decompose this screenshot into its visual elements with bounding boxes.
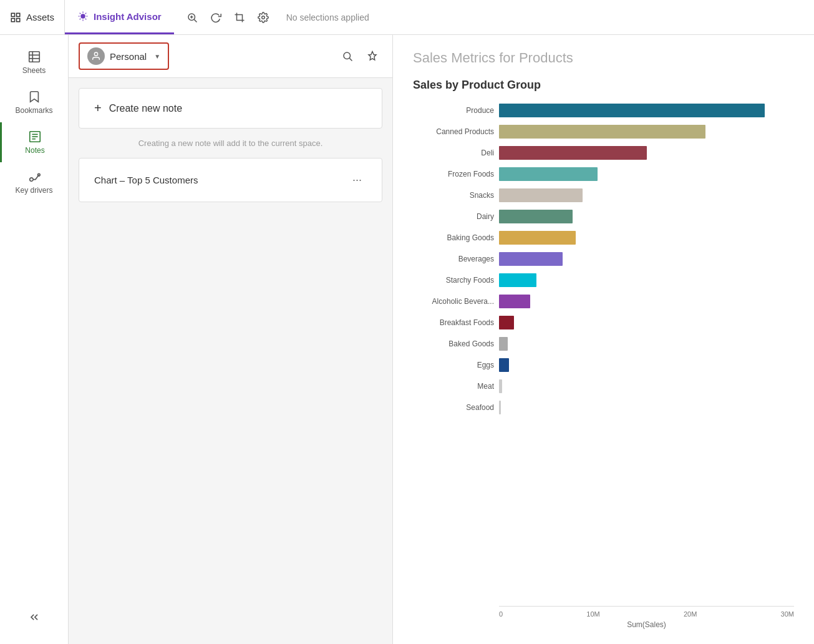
table-row: Starchy Foods <box>413 271 794 289</box>
chevron-down-icon: ▼ <box>154 53 160 60</box>
create-note-label: Create new note <box>109 103 182 114</box>
note-title: Chart – Top 5 Customers <box>94 175 347 185</box>
bar-label: Starchy Foods <box>413 276 494 285</box>
table-row: Beverages <box>413 250 794 268</box>
svg-point-21 <box>344 52 351 59</box>
table-row: Deli <box>413 144 794 162</box>
bar-fill <box>499 210 573 223</box>
sidebar-key-drivers-label: Key drivers <box>15 186 52 195</box>
table-row: Seafood <box>413 399 794 416</box>
sidebar-item-bookmarks[interactable]: Bookmarks <box>0 82 68 122</box>
svg-line-22 <box>349 58 352 61</box>
table-row: Dairy <box>413 208 794 225</box>
bar-fill <box>499 337 508 351</box>
sidebar-item-notes[interactable]: Notes <box>0 122 68 162</box>
bookmark-icon <box>27 90 41 104</box>
search-icon <box>342 51 353 62</box>
bar-container <box>499 167 794 181</box>
bar-container <box>499 188 794 202</box>
notes-header: Personal ▼ <box>69 35 392 78</box>
bar-label: Dairy <box>413 212 494 221</box>
bar-chart: ProduceCanned ProductsDeliFrozen FoodsSn… <box>413 102 794 606</box>
bar-fill <box>499 316 514 329</box>
insight-icon <box>77 11 89 22</box>
table-row: Baking Goods <box>413 229 794 246</box>
table-row: Produce <box>413 102 794 119</box>
bar-container <box>499 231 794 245</box>
bar-container <box>499 210 794 223</box>
insight-advisor-tab[interactable]: Insight Advisor <box>65 0 174 34</box>
sidebar-item-key-drivers[interactable]: Key drivers <box>0 162 68 202</box>
selection-status: No selections applied <box>286 12 369 22</box>
assets-label: Assets <box>26 12 54 22</box>
refresh-tool[interactable] <box>205 7 226 28</box>
bar-label: Eggs <box>413 361 494 369</box>
bar-container <box>499 358 794 372</box>
bar-fill <box>499 295 530 308</box>
table-row: Canned Products <box>413 123 794 140</box>
sheet-icon <box>27 50 41 64</box>
bar-container <box>499 295 794 308</box>
table-row: Frozen Foods <box>413 165 794 183</box>
bar-container <box>499 146 794 160</box>
svg-point-4 <box>80 14 85 19</box>
sidebar-sheets-label: Sheets <box>22 66 46 75</box>
bar-label: Frozen Foods <box>413 170 494 178</box>
assets-button[interactable]: Assets <box>0 0 65 34</box>
chart-panel: Sales Metrics for Products Sales by Prod… <box>393 35 814 644</box>
bar-container <box>499 104 794 117</box>
bar-label: Beverages <box>413 255 494 263</box>
bar-label: Produce <box>413 106 494 115</box>
settings-tool[interactable] <box>253 7 274 28</box>
notes-header-actions <box>337 46 382 66</box>
table-row: Eggs <box>413 356 794 374</box>
bar-fill <box>499 125 705 139</box>
list-item[interactable]: Chart – Top 5 Customers ··· <box>79 158 382 202</box>
svg-rect-2 <box>11 18 14 21</box>
avatar <box>87 47 105 65</box>
bar-container <box>499 273 794 287</box>
sidebar-notes-label: Notes <box>25 146 44 155</box>
table-row: Snacks <box>413 187 794 204</box>
svg-point-9 <box>261 16 264 19</box>
key-drivers-icon <box>27 170 41 183</box>
chart-area: ProduceCanned ProductsDeliFrozen FoodsSn… <box>413 102 794 629</box>
personal-selector[interactable]: Personal ▼ <box>79 42 169 70</box>
bar-fill <box>499 167 598 181</box>
insight-advisor-label: Insight Advisor <box>94 11 162 22</box>
search-notes-button[interactable] <box>337 46 357 66</box>
topbar: Assets Insight Advisor <box>0 0 814 35</box>
sidebar-item-sheets[interactable]: Sheets <box>0 42 68 82</box>
bar-label: Meat <box>413 382 494 391</box>
bar-fill <box>499 188 583 202</box>
plus-icon: + <box>94 101 102 115</box>
table-row: Alcoholic Bevera... <box>413 293 794 310</box>
bar-fill <box>499 104 765 117</box>
pin-notes-button[interactable] <box>362 46 382 66</box>
notes-panel: Personal ▼ + Create new note Crea <box>69 35 393 644</box>
chart-x-axis: 0 10M 20M 30M <box>499 606 794 618</box>
svg-rect-3 <box>17 18 20 21</box>
create-note-card[interactable]: + Create new note <box>79 88 382 129</box>
bar-fill <box>499 252 563 266</box>
main-layout: Sheets Bookmarks Notes Key drivers <box>0 35 814 644</box>
bar-label: Seafood <box>413 403 494 412</box>
bar-fill <box>499 379 502 393</box>
table-row: Baked Goods <box>413 335 794 353</box>
icon-sidebar: Sheets Bookmarks Notes Key drivers <box>0 35 69 644</box>
chart-subtitle: Sales by Product Group <box>413 79 794 92</box>
svg-point-18 <box>29 178 33 182</box>
svg-line-6 <box>194 19 196 22</box>
chart-panel-title: Sales Metrics for Products <box>413 50 794 66</box>
bar-fill <box>499 146 647 160</box>
crop-tool[interactable] <box>229 7 250 28</box>
bar-container <box>499 316 794 329</box>
note-more-button[interactable]: ··· <box>347 171 367 189</box>
table-row: Breakfast Foods <box>413 314 794 331</box>
topbar-tools <box>174 7 281 28</box>
collapse-sidebar-button[interactable] <box>23 606 46 632</box>
bar-label: Deli <box>413 149 494 157</box>
bar-container <box>499 252 794 266</box>
sidebar-bottom <box>0 598 68 644</box>
zoom-tool[interactable] <box>182 7 203 28</box>
